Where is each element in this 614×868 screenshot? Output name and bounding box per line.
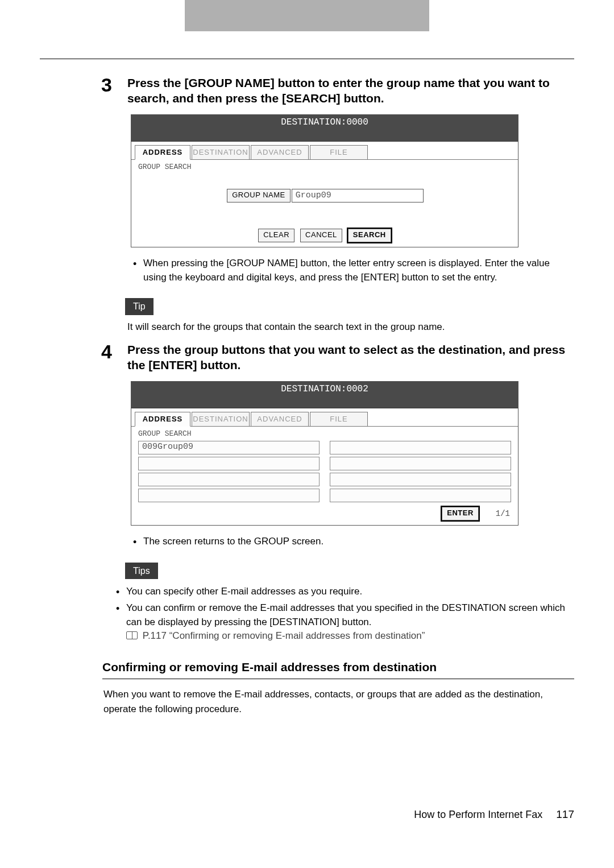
cancel-button[interactable]: CANCEL xyxy=(300,229,342,242)
top-rule xyxy=(40,59,574,59)
result-cell[interactable] xyxy=(138,489,320,502)
result-cell[interactable]: 009Group09 xyxy=(138,441,320,454)
tips-item-1: You can specify other E-mail addresses a… xyxy=(114,585,574,599)
section-paragraph: When you want to remove the E-mail addre… xyxy=(103,687,574,716)
group-name-row: GROUP NAME Group09 xyxy=(131,189,518,202)
group-search-label: GROUP SEARCH xyxy=(138,162,518,172)
step4-bullet-1: The screen returns to the GROUP screen. xyxy=(131,535,574,549)
screenshot-panel-2: DESTINATION:0002 ADDRESS DESTINATION ADV… xyxy=(131,381,518,526)
screenshot-panel-1: DESTINATION:0000 ADDRESS DESTINATION ADV… xyxy=(131,114,518,248)
tab-address[interactable]: ADDRESS xyxy=(135,145,190,160)
step-number: 4 xyxy=(101,342,127,373)
tab-address[interactable]: ADDRESS xyxy=(135,412,190,427)
page-footer: How to Perform Internet Fax 117 xyxy=(40,807,574,822)
panel-title: DESTINATION:0000 xyxy=(131,115,518,130)
tab-file[interactable]: FILE xyxy=(310,145,368,160)
tab-destination[interactable]: DESTINATION xyxy=(192,145,250,160)
section-title: Confirming or removing E-mail addresses … xyxy=(102,659,574,675)
tip-text: It will search for the groups that conta… xyxy=(127,321,574,334)
result-cell[interactable] xyxy=(138,473,320,486)
tips-item-2-text: You can confirm or remove the E-mail add… xyxy=(126,602,565,627)
tab-row: ADDRESS DESTINATION ADVANCED FILE xyxy=(131,143,518,160)
result-cell[interactable] xyxy=(330,457,511,470)
result-col-left: 009Group09 xyxy=(138,441,320,502)
tab-row: ADDRESS DESTINATION ADVANCED FILE xyxy=(131,410,518,427)
action-row: CLEAR CANCEL SEARCH xyxy=(131,225,518,247)
step-3: 3 Press the [GROUP NAME] button to enter… xyxy=(101,75,574,106)
step-number: 3 xyxy=(101,75,127,106)
group-name-field[interactable]: Group09 xyxy=(292,189,424,202)
enter-row: ENTER 1/1 xyxy=(131,503,518,525)
tab-advanced[interactable]: ADVANCED xyxy=(251,412,309,427)
step4-bullets: The screen returns to the GROUP screen. xyxy=(131,535,574,549)
step-4: 4 Press the group buttons that you want … xyxy=(101,342,574,373)
result-cell[interactable] xyxy=(138,457,320,470)
tab-file[interactable]: FILE xyxy=(310,412,368,427)
enter-button[interactable]: ENTER xyxy=(442,507,479,520)
group-name-button[interactable]: GROUP NAME xyxy=(227,189,291,202)
panel-title-pad xyxy=(131,396,518,408)
result-cell[interactable] xyxy=(330,489,511,502)
tips-item-2: You can confirm or remove the E-mail add… xyxy=(114,601,574,643)
header-grey-bar xyxy=(185,0,429,31)
result-cell[interactable] xyxy=(330,473,511,486)
step-heading: Press the [GROUP NAME] button to enter t… xyxy=(127,75,574,106)
footer-page-number: 117 xyxy=(556,807,574,822)
group-search-label: GROUP SEARCH xyxy=(138,429,518,439)
clear-button[interactable]: CLEAR xyxy=(258,229,294,242)
tip-badge: Tip xyxy=(125,298,154,315)
page: 3 Press the [GROUP NAME] button to enter… xyxy=(0,0,614,856)
step-heading: Press the group buttons that you want to… xyxy=(127,342,574,373)
section-rule xyxy=(102,679,574,679)
step3-bullet-1: When pressing the [GROUP NAME] button, t… xyxy=(131,257,574,284)
step3-bullets: When pressing the [GROUP NAME] button, t… xyxy=(131,257,574,284)
result-grid: 009Group09 xyxy=(138,441,511,502)
book-reference: P.117 “Confirming or removing E-mail add… xyxy=(126,630,425,641)
search-button[interactable]: SEARCH xyxy=(348,229,391,242)
book-reference-text: P.117 “Confirming or removing E-mail add… xyxy=(143,630,425,641)
tips-badge: Tips xyxy=(125,563,158,580)
result-col-right xyxy=(330,441,511,502)
tab-advanced[interactable]: ADVANCED xyxy=(251,145,309,160)
footer-label: How to Perform Internet Fax xyxy=(414,808,542,821)
tips-list: You can specify other E-mail addresses a… xyxy=(114,585,574,643)
panel-title-pad xyxy=(131,130,518,142)
panel-title: DESTINATION:0002 xyxy=(131,382,518,396)
result-cell[interactable] xyxy=(330,441,511,454)
tab-destination[interactable]: DESTINATION xyxy=(192,412,250,427)
page-counter: 1/1 xyxy=(496,509,510,519)
book-icon xyxy=(126,631,138,639)
